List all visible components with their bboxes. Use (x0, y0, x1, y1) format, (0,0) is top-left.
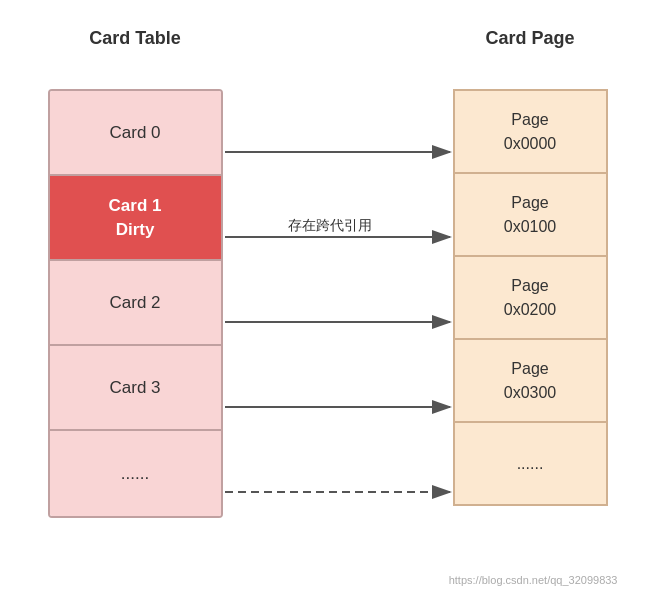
card-1-dirty: Card 1Dirty (50, 176, 221, 261)
diagram: Card Table Card 0 Card 1Dirty Card 2 Car… (28, 28, 628, 588)
page-0x0100: Page0x0100 (453, 172, 608, 257)
card-3: Card 3 (50, 346, 221, 431)
page-0x0300: Page0x0300 (453, 338, 608, 423)
page-0x0000: Page0x0000 (453, 89, 608, 174)
pages-wrapper: Page0x0000 Page0x0100 Page0x0200 Page0x0… (453, 89, 608, 504)
page-0x0200: Page0x0200 (453, 255, 608, 340)
card-table-column: Card Table Card 0 Card 1Dirty Card 2 Car… (48, 28, 223, 518)
card-table-title: Card Table (48, 28, 223, 49)
watermark: https://blog.csdn.net/qq_32099833 (449, 574, 618, 586)
cards-wrapper: Card 0 Card 1Dirty Card 2 Card 3 ...... (48, 89, 223, 518)
card-0: Card 0 (50, 91, 221, 176)
card-dots: ...... (50, 431, 221, 516)
card-page-title: Card Page (453, 28, 608, 49)
cross-gen-ref-label: 存在跨代引用 (288, 217, 372, 233)
page-dots: ...... (453, 421, 608, 506)
card-2: Card 2 (50, 261, 221, 346)
card-page-column: Card Page Page0x0000 Page0x0100 Page0x02… (453, 28, 608, 504)
